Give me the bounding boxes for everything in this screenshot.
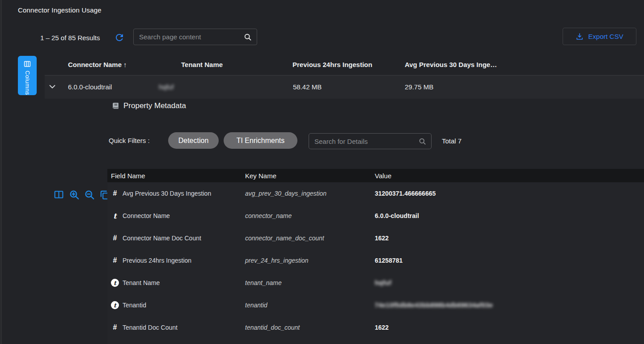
field-value: hqfuf <box>375 279 644 286</box>
zoom-out-button[interactable] <box>83 189 95 201</box>
number-type-icon: # <box>111 256 119 264</box>
field-value: 1622 <box>375 324 644 331</box>
results-count: 1 – 25 of 85 Results <box>40 34 100 42</box>
quick-filters-label: Quick Filters : <box>109 137 150 144</box>
metadata-row: # Tenantid Doc Count tenantid_doc_count … <box>107 316 644 339</box>
export-csv-button[interactable]: Export CSV <box>563 28 636 45</box>
metadata-row: t Tenantid tenantid 74e10f5db8e43bb898b4… <box>107 294 644 316</box>
field-name: Connector Name Doc Count <box>123 235 201 242</box>
sort-ascending-icon: ↑ <box>123 61 127 68</box>
field-name: Tenant Name <box>123 279 160 286</box>
columns-grid-icon <box>23 60 31 68</box>
key-name: prev_24_hrs_ingestion <box>245 257 375 264</box>
key-name: avg_prev_30_days_ingestion <box>245 190 375 197</box>
field-value: 1622 <box>375 235 644 242</box>
chevron-down-icon[interactable] <box>47 82 57 92</box>
field-name: Tenantid <box>123 302 146 309</box>
page-search-input[interactable] <box>134 33 243 41</box>
split-columns-button[interactable] <box>53 189 65 201</box>
property-metadata-table: Field Name Key Name Value # Avg Previous… <box>107 169 644 344</box>
cell-avg-30-days-ingestion: 29.75 MB <box>405 83 433 91</box>
field-value: 61258781 <box>375 257 644 264</box>
column-header-tenant-name[interactable]: Tenant Name <box>181 61 223 68</box>
text-type-icon: t <box>111 279 119 287</box>
field-name: Avg Previous 30 Days Ingestion <box>123 190 211 197</box>
table-row[interactable]: 6.0.0-cloudtrail hqfuf 58.42 MB 29.75 MB <box>45 76 644 99</box>
header-field-name: Field Name <box>111 172 245 180</box>
book-icon <box>111 102 120 110</box>
key-name: connector_name <box>245 212 375 219</box>
key-name: tenantid <box>245 302 375 309</box>
cell-prev-24hrs-ingestion: 58.42 MB <box>293 83 322 91</box>
download-icon <box>576 33 584 41</box>
key-name: tenant_name <box>245 279 375 286</box>
details-search-input[interactable] <box>309 138 418 145</box>
column-header-connector-name[interactable]: Connector Name↑ <box>68 61 127 68</box>
property-metadata-label: Property Metadata <box>123 101 186 110</box>
field-value: 31200371.466666665 <box>375 190 644 197</box>
columns-button-label: Columns <box>24 71 31 95</box>
search-icon[interactable] <box>243 33 252 42</box>
metadata-row: t Connector Name connector_name 6.0.0-cl… <box>107 205 644 227</box>
metadata-row: # Avg Previous 30 Days Ingestion avg_pre… <box>107 182 644 205</box>
refresh-icon <box>114 32 125 43</box>
left-edge-strip <box>0 0 2 344</box>
zoom-in-button[interactable] <box>68 189 80 201</box>
columns-button[interactable]: Columns <box>18 56 37 95</box>
details-search-icon[interactable] <box>418 137 427 146</box>
cell-tenant-name: hqfuf <box>159 83 174 91</box>
filter-detection-button[interactable]: Detection <box>168 132 219 149</box>
column-header-prev-24hrs[interactable]: Previous 24hrs Ingestion <box>292 61 372 68</box>
details-search <box>309 133 432 149</box>
filter-ti-enrichments-button[interactable]: TI Enrichments <box>224 132 297 149</box>
export-csv-label: Export CSV <box>588 33 623 40</box>
refresh-button[interactable] <box>114 32 125 43</box>
header-key-name: Key Name <box>245 172 375 180</box>
text-type-icon: t <box>111 301 119 309</box>
metadata-table-body: # Avg Previous 30 Days Ingestion avg_pre… <box>107 182 644 339</box>
field-name: Tenantid Doc Count <box>123 324 178 331</box>
text-type-icon: t <box>111 212 119 220</box>
property-metadata-section-title: Property Metadata <box>111 101 186 110</box>
metadata-row: # Previous 24hrs Ingestion prev_24_hrs_i… <box>107 249 644 272</box>
column-header-avg-30-days[interactable]: Avg Previous 30 Days Inge… <box>405 61 497 68</box>
field-name: Previous 24hrs Ingestion <box>123 257 191 264</box>
header-value: Value <box>375 172 644 180</box>
metadata-toolbar <box>53 189 110 201</box>
page-search <box>133 29 257 45</box>
key-name: tenantid_doc_count <box>245 324 375 331</box>
field-name: Connector Name <box>123 212 170 219</box>
field-value: 74e10f5db8e43bb898b4db69634af03e <box>375 302 644 309</box>
metadata-table-header: Field Name Key Name Value <box>107 169 644 182</box>
metadata-row: # Connector Name Doc Count connector_nam… <box>107 227 644 249</box>
key-name: connector_name_doc_count <box>245 235 375 242</box>
total-count: Total 7 <box>442 137 462 145</box>
page-title: Connector Ingestion Usage <box>18 6 102 14</box>
connector-name-header-label: Connector Name <box>68 61 122 68</box>
number-type-icon: # <box>111 234 119 242</box>
cell-connector-name: 6.0.0-cloudtrail <box>68 83 112 91</box>
connector-ingestion-usage-page: Connector Ingestion Usage 1 – 25 of 85 R… <box>0 0 644 344</box>
number-type-icon: # <box>111 189 119 197</box>
field-value: 6.0.0-cloudtrail <box>375 212 644 219</box>
metadata-row: t Tenant Name tenant_name hqfuf <box>107 272 644 294</box>
number-type-icon: # <box>111 323 119 331</box>
